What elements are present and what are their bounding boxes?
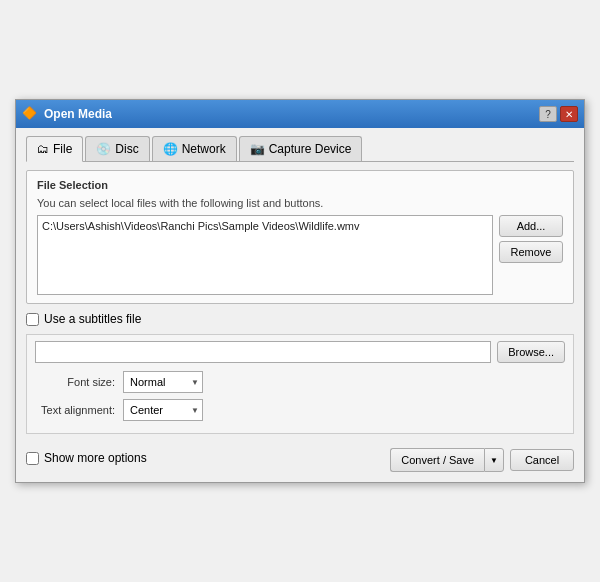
disc-tab-label: Disc bbox=[115, 142, 138, 156]
text-alignment-row: Text alignment: Center Left Right ▼ bbox=[35, 399, 565, 421]
text-alignment-select-wrapper: Center Left Right ▼ bbox=[123, 399, 203, 421]
file-list[interactable]: C:\Users\Ashish\Videos\Ranchi Pics\Sampl… bbox=[37, 215, 493, 295]
subtitle-checkbox[interactable] bbox=[26, 313, 39, 326]
show-more-label: Show more options bbox=[44, 451, 147, 465]
app-icon: 🔶 bbox=[22, 106, 38, 122]
browse-row: Browse... bbox=[35, 341, 565, 363]
font-size-label: Font size: bbox=[35, 376, 115, 388]
file-list-item: C:\Users\Ashish\Videos\Ranchi Pics\Sampl… bbox=[42, 220, 488, 232]
title-bar-left: 🔶 Open Media bbox=[22, 106, 112, 122]
file-selection-section: File Selection You can select local file… bbox=[26, 170, 574, 304]
font-size-row: Font size: Normal Small Large ▼ bbox=[35, 371, 565, 393]
open-media-dialog: 🔶 Open Media ? ✕ 🗂 File 💿 Disc 🌐 Network bbox=[15, 99, 585, 483]
window-title: Open Media bbox=[44, 107, 112, 121]
font-size-select[interactable]: Normal Small Large bbox=[123, 371, 203, 393]
dialog-content: 🗂 File 💿 Disc 🌐 Network 📷 Capture Device… bbox=[16, 128, 584, 482]
font-size-select-wrapper: Normal Small Large ▼ bbox=[123, 371, 203, 393]
capture-tab-icon: 📷 bbox=[250, 142, 265, 156]
capture-tab-label: Capture Device bbox=[269, 142, 352, 156]
tab-disc[interactable]: 💿 Disc bbox=[85, 136, 149, 161]
convert-save-dropdown[interactable]: ▼ bbox=[484, 448, 504, 472]
tab-file[interactable]: 🗂 File bbox=[26, 136, 83, 162]
help-button[interactable]: ? bbox=[539, 106, 557, 122]
text-alignment-select[interactable]: Center Left Right bbox=[123, 399, 203, 421]
disc-tab-icon: 💿 bbox=[96, 142, 111, 156]
show-more-checkbox[interactable] bbox=[26, 452, 39, 465]
close-button[interactable]: ✕ bbox=[560, 106, 578, 122]
subtitle-fields: Browse... Font size: Normal Small Large … bbox=[26, 334, 574, 434]
add-button[interactable]: Add... bbox=[499, 215, 563, 237]
subtitle-checkbox-label: Use a subtitles file bbox=[44, 312, 141, 326]
file-area: C:\Users\Ashish\Videos\Ranchi Pics\Sampl… bbox=[37, 215, 563, 295]
subtitles-outer: Use a subtitles file Browse... Font size… bbox=[26, 312, 574, 434]
subtitle-checkbox-row: Use a subtitles file bbox=[26, 312, 574, 326]
tab-bar: 🗂 File 💿 Disc 🌐 Network 📷 Capture Device bbox=[26, 136, 574, 162]
browse-button[interactable]: Browse... bbox=[497, 341, 565, 363]
remove-button[interactable]: Remove bbox=[499, 241, 563, 263]
text-alignment-label: Text alignment: bbox=[35, 404, 115, 416]
network-tab-label: Network bbox=[182, 142, 226, 156]
tab-capture[interactable]: 📷 Capture Device bbox=[239, 136, 363, 161]
network-tab-icon: 🌐 bbox=[163, 142, 178, 156]
subtitle-file-input[interactable] bbox=[35, 341, 491, 363]
show-more-row: Show more options bbox=[26, 451, 147, 465]
convert-save-button[interactable]: Convert / Save bbox=[390, 448, 484, 472]
bottom-buttons: Convert / Save ▼ Cancel bbox=[390, 444, 574, 472]
file-tab-icon: 🗂 bbox=[37, 142, 49, 156]
title-bar-controls: ? ✕ bbox=[539, 106, 578, 122]
title-bar: 🔶 Open Media ? ✕ bbox=[16, 100, 584, 128]
file-section-desc: You can select local files with the foll… bbox=[37, 197, 563, 209]
tab-network[interactable]: 🌐 Network bbox=[152, 136, 237, 161]
file-section-title: File Selection bbox=[37, 179, 563, 191]
cancel-button[interactable]: Cancel bbox=[510, 449, 574, 471]
bottom-bar: Show more options Convert / Save ▼ Cance… bbox=[26, 444, 574, 472]
file-tab-label: File bbox=[53, 142, 72, 156]
convert-save-split-button: Convert / Save ▼ bbox=[390, 448, 504, 472]
file-buttons: Add... Remove bbox=[499, 215, 563, 263]
